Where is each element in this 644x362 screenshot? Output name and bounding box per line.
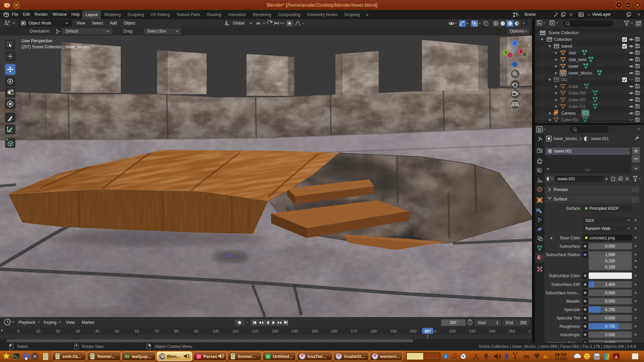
svg-text:tower_blocks.: tower_blocks. [553, 136, 578, 141]
svg-text:Cube.007: Cube.007 [569, 98, 586, 102]
svg-text:Collection: Collection [554, 37, 572, 42]
svg-text:1.000: 1.000 [605, 252, 615, 257]
svg-text:50: 50 [115, 329, 119, 333]
svg-text:Principled BSDF: Principled BSDF [589, 206, 619, 211]
svg-text:Rotate View: Rotate View [82, 344, 104, 349]
svg-text:Cube.005: Cube.005 [569, 91, 586, 96]
svg-text:110: 110 [232, 329, 238, 333]
svg-text:stair: stair [569, 51, 576, 55]
svg-text:1: 1 [496, 320, 498, 325]
svg-text:Preview: Preview [553, 187, 568, 192]
svg-text:Subsurface Aniso...: Subsurface Aniso... [545, 291, 580, 295]
svg-text:concrete1.png: concrete1.png [589, 236, 615, 240]
svg-text:250: 250 [520, 320, 527, 325]
svg-text:Start: Start [478, 320, 486, 325]
svg-text:Subsurface IOR: Subsurface IOR [551, 282, 580, 287]
svg-text:207: 207 [450, 320, 457, 325]
svg-text:0.000: 0.000 [605, 299, 615, 304]
svg-text:80: 80 [174, 329, 179, 333]
svg-text:Object Context Menu: Object Context Menu [154, 344, 192, 349]
svg-text:200: 200 [410, 329, 416, 333]
svg-text:Camera: Camera [561, 111, 576, 116]
svg-text:4: 4 [605, 177, 607, 181]
svg-text:0.000: 0.000 [605, 291, 615, 295]
svg-text:X: X [520, 50, 522, 54]
svg-text:0.200: 0.200 [605, 259, 615, 263]
svg-text:0.000: 0.000 [605, 316, 615, 320]
svg-text:Blen...: Blen... [167, 354, 180, 359]
svg-text:207: 207 [424, 329, 431, 333]
svg-text:100: 100 [212, 329, 219, 333]
svg-text:Y: Y [505, 51, 507, 55]
svg-text:170: 170 [351, 329, 357, 333]
svg-text:10: 10 [36, 329, 41, 333]
svg-text:Parsec: Parsec [203, 354, 218, 359]
svg-text:OG: OG [561, 77, 568, 82]
svg-text:us: us [524, 354, 529, 359]
svg-text:0.255: 0.255 [605, 307, 615, 312]
svg-text:Metallic: Metallic [566, 299, 580, 304]
svg-text:Subsurface Radius: Subsurface Radius [546, 252, 580, 257]
svg-text:Cube.001: Cube.001 [561, 118, 579, 122]
svg-text:Subsurface: Subsurface [559, 244, 580, 249]
svg-text:0: 0 [17, 329, 19, 333]
svg-text:40: 40 [95, 329, 100, 333]
svg-text:240: 240 [489, 329, 495, 333]
svg-text:View: View [66, 320, 75, 325]
svg-text:Keying: Keying [44, 320, 56, 325]
svg-text:wallpap...: wallpap... [131, 354, 152, 359]
svg-text:Playback: Playback [18, 320, 36, 325]
svg-text:Z: Z [514, 42, 516, 45]
svg-text:1.400: 1.400 [605, 282, 615, 287]
svg-text:tower: tower [569, 64, 578, 69]
svg-text:Roughness: Roughness [559, 324, 580, 329]
svg-text:Untitled...: Untitled... [273, 354, 292, 359]
svg-text:230: 230 [469, 329, 475, 333]
svg-text:70: 70 [155, 329, 159, 333]
svg-text:tower.001: tower.001 [558, 177, 575, 181]
svg-text:End: End [506, 320, 513, 325]
svg-text:0.000: 0.000 [605, 333, 615, 337]
svg-text:0.700: 0.700 [605, 324, 615, 329]
svg-text:140: 140 [291, 329, 298, 333]
svg-text:stair_twist: stair_twist [569, 57, 587, 62]
svg-text:Specular Tint: Specular Tint [556, 316, 580, 320]
svg-text:Select: Select [17, 344, 28, 349]
svg-text:16:54: 16:54 [555, 352, 567, 357]
svg-text:AnaTwi...: AnaTwi... [307, 354, 326, 359]
svg-text:180: 180 [370, 329, 377, 333]
svg-text:0.100: 0.100 [605, 265, 615, 269]
svg-text:0.000: 0.000 [605, 244, 615, 249]
svg-text:160: 160 [331, 329, 337, 333]
svg-text:3/13/24: 3/13/24 [554, 357, 567, 361]
svg-text:Subsurface Color: Subsurface Color [549, 274, 580, 278]
svg-text:/home/...: /home/... [238, 354, 256, 359]
svg-text:90: 90 [194, 329, 199, 333]
svg-text:/home/...: /home/... [97, 354, 115, 359]
svg-text:baked: baked [561, 44, 572, 49]
svg-text:tower.001: tower.001 [554, 149, 572, 154]
svg-text:Base Color: Base Color [560, 236, 580, 240]
svg-text:190: 190 [390, 329, 396, 333]
svg-text:20: 20 [56, 329, 60, 333]
svg-text:tower.001: tower.001 [591, 136, 609, 141]
svg-text:Scene Collection | tower_block: Scene Collection | tower_blocks. | Verts… [479, 344, 636, 349]
svg-text:Cube.011: Cube.011 [569, 104, 586, 109]
svg-text:Specular: Specular [564, 307, 580, 312]
svg-text:60: 60 [135, 329, 139, 333]
svg-text:a: a [615, 354, 618, 359]
svg-text:Random Walk: Random Walk [585, 226, 611, 231]
svg-text:GGX: GGX [585, 218, 594, 223]
svg-text:30: 30 [76, 329, 80, 333]
svg-text:smb://a...: smb://a... [62, 354, 81, 359]
svg-text:150: 150 [311, 329, 318, 333]
svg-text:250: 250 [508, 329, 515, 333]
svg-text:130: 130 [272, 329, 278, 333]
svg-text:tower_blocks.: tower_blocks. [569, 71, 593, 75]
svg-text:AnalieSt...: AnalieSt... [344, 354, 365, 359]
svg-text:Surface: Surface [553, 197, 568, 201]
svg-text:Anisotropic: Anisotropic [560, 333, 580, 337]
svg-text:220: 220 [449, 329, 455, 333]
svg-text:Cube: Cube [569, 84, 578, 89]
svg-text:120: 120 [252, 329, 258, 333]
